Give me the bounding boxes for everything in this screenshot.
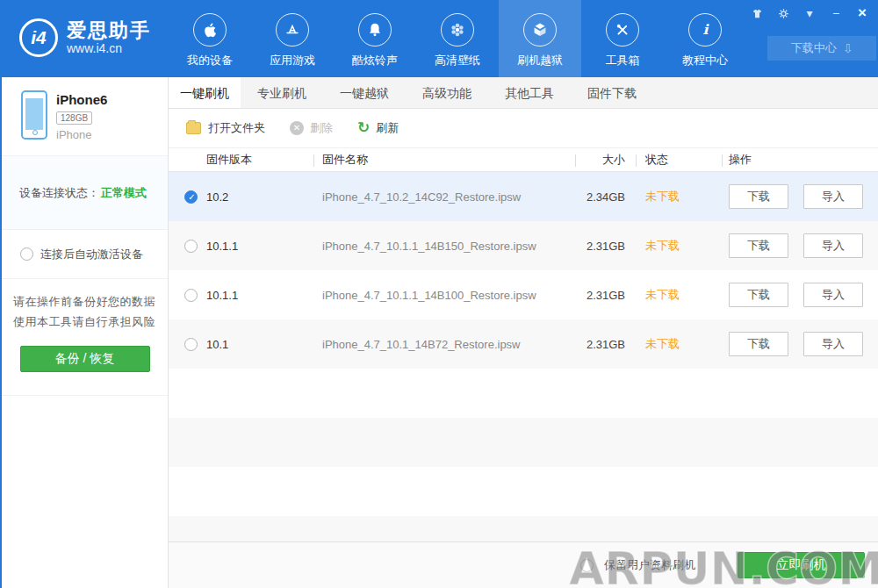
theme-skin-icon[interactable] bbox=[750, 7, 764, 20]
download-arrow-icon: ⇩ bbox=[843, 41, 853, 55]
minimize-icon[interactable]: − bbox=[829, 6, 843, 20]
tab-one-key-flash[interactable]: 一键刷机 bbox=[169, 77, 241, 108]
tab-pro-flash[interactable]: 专业刷机 bbox=[241, 77, 323, 108]
row-radio[interactable] bbox=[184, 289, 198, 302]
auto-activate-option[interactable]: 连接后自动激活设备 bbox=[2, 230, 168, 279]
download-center-button[interactable]: 下载中心 ⇩ bbox=[767, 36, 876, 61]
app-logo: i4 爱思助手 www.i4.cn bbox=[19, 18, 151, 57]
bell-icon bbox=[358, 13, 392, 47]
import-button[interactable]: 导入 bbox=[803, 184, 863, 209]
menu-chevron-icon[interactable]: ▾ bbox=[802, 6, 817, 20]
table-row[interactable]: ✓ 10.2 iPhone_4.7_10.2_14C92_Restore.ips… bbox=[169, 172, 878, 221]
import-button[interactable]: 导入 bbox=[803, 283, 863, 307]
tab-bar: 一键刷机 专业刷机 一键越狱 高级功能 其他工具 固件下载 bbox=[169, 77, 878, 109]
firmware-version: 10.1.1 bbox=[206, 289, 322, 302]
device-name: iPhone6 bbox=[56, 92, 107, 107]
table-header: 固件版本 固件名称 大小 状态 操作 bbox=[169, 147, 878, 172]
open-folder-button[interactable]: 打开文件夹 bbox=[186, 120, 265, 136]
keep-user-data-radio[interactable] bbox=[580, 559, 594, 572]
row-radio[interactable] bbox=[184, 338, 198, 351]
apple-icon bbox=[193, 13, 227, 47]
svg-text:i: i bbox=[702, 21, 709, 38]
table-row[interactable]: 10.1 iPhone_4.7_10.1_14B72_Restore.ipsw … bbox=[169, 319, 878, 369]
firmware-filename: iPhone_4.7_10.1.1_14B100_Restore.ipsw bbox=[322, 289, 544, 302]
status-text: 未下载 bbox=[645, 336, 729, 352]
status-text: 未下载 bbox=[645, 238, 729, 254]
tools-icon bbox=[606, 13, 639, 47]
header-size: 大小 bbox=[544, 152, 625, 168]
device-info: iPhone6 128GB iPhone bbox=[2, 77, 168, 156]
info-icon: i bbox=[688, 13, 722, 47]
tab-one-key-jailbreak[interactable]: 一键越狱 bbox=[323, 77, 406, 108]
device-sidebar: iPhone6 128GB iPhone 设备连接状态： 正常模式 连接后自动激… bbox=[2, 77, 169, 588]
firmware-size: 2.31GB bbox=[544, 289, 625, 302]
warning-line-1: 请在操作前备份好您的数据 bbox=[2, 291, 168, 312]
flower-icon bbox=[441, 13, 474, 47]
device-family: iPhone bbox=[56, 128, 107, 141]
main-panel: 一键刷机 专业刷机 一键越狱 高级功能 其他工具 固件下载 打开文件夹 ✕ 删除… bbox=[169, 77, 878, 588]
nav-tutorials[interactable]: i 教程中心 bbox=[664, 0, 746, 77]
box-icon bbox=[523, 13, 557, 47]
status-text: 未下载 bbox=[645, 189, 729, 204]
firmware-version: 10.2 bbox=[206, 190, 322, 204]
delete-button[interactable]: ✕ 删除 bbox=[290, 120, 333, 136]
warning-line-2: 使用本工具请自行承担风险 bbox=[2, 312, 168, 332]
appstore-icon bbox=[276, 13, 309, 47]
status-text: 未下载 bbox=[645, 287, 729, 303]
tab-firmware-download[interactable]: 固件下载 bbox=[571, 77, 653, 108]
flash-now-button[interactable]: 立即刷机 bbox=[738, 552, 865, 578]
row-radio[interactable] bbox=[184, 240, 198, 253]
import-button[interactable]: 导入 bbox=[803, 233, 863, 258]
refresh-icon: ↻ bbox=[357, 121, 370, 135]
firmware-size: 2.34GB bbox=[544, 190, 625, 204]
download-button[interactable]: 下载 bbox=[729, 233, 788, 258]
download-button[interactable]: 下载 bbox=[729, 184, 788, 209]
header-action: 操作 bbox=[729, 152, 878, 168]
connection-status-value: 正常模式 bbox=[101, 185, 147, 201]
app-window: i4 爱思助手 www.i4.cn 我的设备 应用游戏 bbox=[0, 0, 878, 588]
header-status: 状态 bbox=[645, 152, 729, 168]
connection-status-label: 设备连接状态： bbox=[19, 185, 99, 201]
iphone-icon bbox=[21, 90, 47, 140]
nav-apps-games[interactable]: 应用游戏 bbox=[251, 0, 334, 77]
download-button[interactable]: 下载 bbox=[729, 283, 788, 307]
firmware-version: 10.1.1 bbox=[206, 240, 322, 253]
connection-status: 设备连接状态： 正常模式 bbox=[2, 156, 168, 230]
backup-restore-button[interactable]: 备份 / 恢复 bbox=[20, 346, 150, 372]
app-url: www.i4.cn bbox=[67, 41, 151, 55]
header-firmware-name: 固件名称 bbox=[322, 152, 544, 168]
close-icon[interactable]: × bbox=[855, 6, 869, 20]
nav-wallpapers[interactable]: 高清壁纸 bbox=[416, 0, 499, 77]
download-button[interactable]: 下载 bbox=[729, 332, 788, 356]
keep-user-data-label: 保留用户资料刷机 bbox=[604, 557, 695, 573]
tab-other-tools[interactable]: 其他工具 bbox=[488, 77, 571, 108]
header-firmware-version: 固件版本 bbox=[206, 152, 322, 168]
firmware-version: 10.1 bbox=[206, 338, 322, 351]
window-controls: ▾ − × bbox=[750, 6, 869, 20]
settings-gear-icon[interactable] bbox=[776, 7, 790, 20]
firmware-filename: iPhone_4.7_10.1.1_14B150_Restore.ipsw bbox=[322, 240, 544, 253]
auto-activate-radio[interactable] bbox=[20, 247, 33, 261]
empty-row bbox=[169, 467, 878, 516]
firmware-size: 2.31GB bbox=[544, 240, 625, 253]
empty-row bbox=[169, 369, 878, 418]
check-icon: ✓ bbox=[185, 190, 198, 204]
nav-my-devices[interactable]: 我的设备 bbox=[169, 0, 251, 77]
nav-ringtones[interactable]: 酷炫铃声 bbox=[334, 0, 416, 77]
table-row[interactable]: 10.1.1 iPhone_4.7_10.1.1_14B100_Restore.… bbox=[169, 270, 878, 319]
empty-row bbox=[169, 516, 878, 541]
nav-toolbox[interactable]: 工具箱 bbox=[581, 0, 664, 77]
flash-footer-bar: 保留用户资料刷机 立即刷机 bbox=[169, 541, 878, 588]
backup-section: 请在操作前备份好您的数据 使用本工具请自行承担风险 备份 / 恢复 bbox=[2, 279, 168, 396]
row-radio-checked[interactable]: ✓ bbox=[184, 190, 198, 204]
folder-icon bbox=[186, 122, 201, 134]
import-button[interactable]: 导入 bbox=[803, 332, 863, 356]
firmware-filename: iPhone_4.7_10.1_14B72_Restore.ipsw bbox=[322, 338, 544, 351]
top-bar: i4 爱思助手 www.i4.cn 我的设备 应用游戏 bbox=[2, 0, 878, 77]
firmware-size: 2.31GB bbox=[544, 338, 625, 351]
table-row[interactable]: 10.1.1 iPhone_4.7_10.1.1_14B150_Restore.… bbox=[169, 221, 878, 270]
tab-advanced-features[interactable]: 高级功能 bbox=[406, 77, 488, 108]
nav-flash-jailbreak[interactable]: 刷机越狱 bbox=[499, 0, 581, 77]
firmware-filename: iPhone_4.7_10.2_14C92_Restore.ipsw bbox=[322, 190, 544, 204]
refresh-button[interactable]: ↻ 刷新 bbox=[357, 120, 399, 136]
